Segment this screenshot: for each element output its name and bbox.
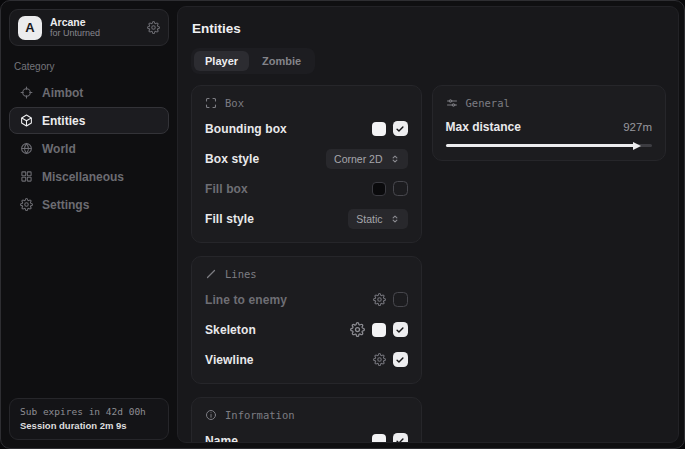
fill-style-label: Fill style (205, 212, 254, 226)
sidebar-nav: Aimbot Entities World Miscellaneous Sett… (9, 79, 169, 218)
cube-icon (20, 114, 33, 127)
app-window: A Arcane for Unturned Category Aimbot En… (0, 0, 685, 449)
skeleton-label: Skeleton (205, 323, 256, 337)
session-duration-text: Session duration 2m 9s (20, 420, 158, 431)
category-label: Category (14, 61, 164, 72)
fill-box-row: Fill box (205, 178, 408, 199)
name-color-swatch[interactable] (372, 434, 386, 444)
fill-style-select[interactable]: Static (348, 209, 407, 229)
name-checkbox[interactable] (393, 433, 408, 443)
sidebar-item-miscellaneous[interactable]: Miscellaneous (9, 163, 169, 190)
bounding-box-color-swatch[interactable] (372, 122, 386, 136)
max-distance-label: Max distance (446, 120, 521, 134)
sidebar-item-label: Aimbot (42, 86, 83, 100)
name-label: Name (205, 434, 238, 444)
viewline-label: Viewline (205, 353, 254, 367)
fill-style-row: Fill style Static (205, 208, 408, 229)
lines-section-header: Lines (205, 268, 408, 280)
globe-icon (20, 142, 33, 155)
line-to-enemy-gear-icon[interactable] (373, 293, 386, 306)
tab-player[interactable]: Player (194, 51, 249, 71)
general-section: General Max distance 927m (432, 85, 666, 161)
subscription-card: Sub expires in 42d 00h Session duration … (9, 398, 169, 440)
column-right: General Max distance 927m (432, 85, 666, 161)
line-to-enemy-label: Line to enemy (205, 293, 287, 307)
skeleton-gear-icon[interactable] (350, 322, 365, 337)
sub-expiry-text: Sub expires in 42d 00h (20, 406, 158, 417)
check-icon (395, 124, 405, 134)
box-style-value: Corner 2D (334, 153, 382, 165)
brand-text: Arcane for Unturned (50, 16, 100, 38)
fill-box-checkbox[interactable] (393, 181, 408, 196)
box-section: Box Bounding box Box style (191, 85, 422, 243)
gear-icon (20, 198, 33, 211)
name-row: Name (205, 430, 408, 443)
main-panel: Entities Player Zombie Box Bounding box (177, 6, 679, 443)
line-icon (205, 268, 217, 280)
max-distance-slider[interactable] (446, 144, 652, 147)
section-title: General (466, 97, 510, 109)
box-section-header: Box (205, 97, 408, 109)
scan-icon (205, 97, 217, 109)
grid-icon (20, 170, 33, 183)
check-icon (395, 355, 405, 365)
section-title: Box (225, 97, 244, 109)
bounding-box-row: Bounding box (205, 118, 408, 139)
fill-box-color-swatch[interactable] (372, 182, 386, 196)
content-columns: Box Bounding box Box style (191, 85, 666, 443)
sidebar-item-settings[interactable]: Settings (9, 191, 169, 218)
sidebar-item-aimbot[interactable]: Aimbot (9, 79, 169, 106)
brand-gear-icon[interactable] (147, 21, 160, 34)
viewline-checkbox[interactable] (393, 352, 408, 367)
max-distance-thumb[interactable] (633, 142, 641, 150)
max-distance-row: Max distance 927m (446, 118, 652, 136)
brand-name: Arcane (50, 16, 100, 28)
page-title: Entities (192, 21, 666, 36)
check-icon (395, 436, 405, 444)
sidebar-item-label: Settings (42, 198, 89, 212)
sidebar-item-label: Miscellaneous (42, 170, 124, 184)
viewline-gear-icon[interactable] (373, 353, 386, 366)
brand-logo: A (18, 16, 42, 40)
box-style-label: Box style (205, 152, 259, 166)
max-distance-value: 927m (623, 121, 652, 133)
sliders-icon (446, 97, 458, 109)
section-title: Lines (225, 268, 257, 280)
max-distance-fill (446, 144, 637, 147)
bounding-box-checkbox[interactable] (393, 121, 408, 136)
sidebar-item-entities[interactable]: Entities (9, 107, 169, 134)
section-title: Information (225, 409, 295, 421)
skeleton-checkbox[interactable] (393, 322, 408, 337)
line-to-enemy-checkbox[interactable] (393, 292, 408, 307)
sidebar: A Arcane for Unturned Category Aimbot En… (1, 1, 177, 448)
bounding-box-label: Bounding box (205, 122, 287, 136)
sidebar-item-label: World (42, 142, 76, 156)
box-style-select[interactable]: Corner 2D (326, 149, 407, 169)
lines-section: Lines Line to enemy Skeleton (191, 256, 422, 384)
fill-box-label: Fill box (205, 182, 248, 196)
fill-style-value: Static (356, 213, 382, 225)
skeleton-row: Skeleton (205, 319, 408, 340)
sidebar-item-label: Entities (42, 114, 85, 128)
skeleton-color-swatch[interactable] (372, 323, 386, 337)
information-section-header: Information (205, 409, 408, 421)
unfold-icon (390, 154, 400, 164)
box-style-row: Box style Corner 2D (205, 148, 408, 169)
line-to-enemy-row: Line to enemy (205, 289, 408, 310)
check-icon (395, 325, 405, 335)
entity-tabs: Player Zombie (191, 48, 315, 74)
brand-card: A Arcane for Unturned (9, 9, 169, 46)
general-section-header: General (446, 97, 652, 109)
information-section: Information Name Distance (191, 397, 422, 443)
sidebar-item-world[interactable]: World (9, 135, 169, 162)
tab-zombie[interactable]: Zombie (251, 51, 312, 71)
column-left: Box Bounding box Box style (191, 85, 422, 443)
viewline-row: Viewline (205, 349, 408, 370)
brand-subtitle: for Unturned (50, 28, 100, 38)
crosshair-icon (20, 86, 33, 99)
unfold-icon (390, 214, 400, 224)
info-icon (205, 409, 217, 421)
